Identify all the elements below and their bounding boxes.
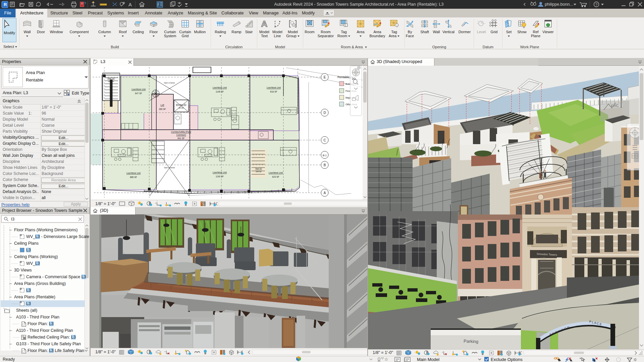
svg-text:816 SF: 816 SF (270, 90, 277, 93)
svg-text:A: A (324, 191, 326, 195)
svg-text:Live/Work Unit: Live/Work Unit (126, 172, 141, 174)
svg-text:B: B (324, 163, 326, 167)
svg-text:Stair S2: Stair S2 (107, 77, 115, 79)
svg-text:2D: 2D (352, 77, 356, 80)
svg-text:1145 SF: 1145 SF (216, 90, 224, 93)
svg-text:1: 1 (396, 24, 398, 26)
svg-text:Loft: Loft (161, 104, 164, 106)
svg-text:A: A (128, 2, 132, 7)
svg-text:Corridor/Utility (Floor: Corridor/Utility (Floor (171, 131, 192, 133)
svg-text:Lofts: Lofts (541, 257, 546, 259)
svg-text:623 SF: 623 SF (272, 176, 279, 178)
svg-text:244 SF: 244 SF (256, 171, 262, 173)
svg-text::0: :0 (633, 358, 636, 362)
svg-text::0: :0 (384, 357, 387, 361)
svg-text:D: D (323, 111, 326, 115)
svg-text:C: C (323, 138, 326, 142)
svg-text:Live/Work Unit: Live/Work Unit (213, 86, 227, 89)
svg-text:Stair S2: Stair S2 (255, 168, 262, 170)
svg-text:841 SF: 841 SF (178, 137, 185, 139)
svg-text:philippe.bonn...: philippe.bonn... (545, 2, 573, 7)
svg-text:Open to below: Open to below (164, 82, 175, 84)
svg-text:Live/Work Unit: Live/Work Unit (269, 172, 283, 174)
svg-text:Common): Common) (176, 134, 186, 136)
svg-text:49 SF: 49 SF (178, 107, 184, 109)
svg-text:Parking: Parking (464, 339, 479, 344)
svg-text:B.1: B.1 (323, 154, 327, 157)
svg-text:R: R (4, 2, 7, 7)
svg-text:?: ? (595, 3, 597, 7)
svg-text:Live/Work Unit: Live/Work Unit (213, 171, 227, 174)
svg-text:289 SF: 289 SF (159, 108, 166, 110)
svg-text:Live/Work Unit: Live/Work Unit (267, 86, 281, 89)
svg-text:885 SF: 885 SF (130, 176, 137, 178)
svg-text:Live/Work Unit: Live/Work Unit (131, 88, 146, 90)
svg-text:1: 1 (345, 24, 346, 26)
svg-text:1: 1 (477, 20, 479, 22)
svg-text:Open to below: Open to below (164, 167, 175, 169)
svg-text:E: E (324, 75, 326, 79)
svg-text:248 SF: 248 SF (108, 80, 114, 82)
svg-text:647 SF: 647 SF (135, 92, 142, 95)
svg-text:1190 SF: 1190 SF (216, 175, 224, 178)
svg-text:Elevator E2: Elevator E2 (176, 104, 186, 106)
svg-text:1: 1 (123, 2, 124, 4)
